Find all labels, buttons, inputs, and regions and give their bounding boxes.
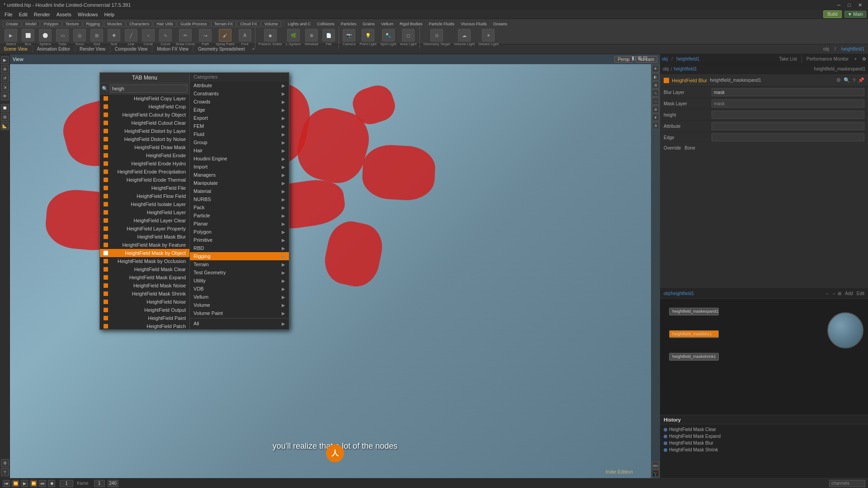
rp-na-objpath[interactable]: obj/heightfield1 bbox=[664, 291, 694, 296]
menu-edit[interactable]: Edit bbox=[16, 12, 30, 17]
tool-pointlight[interactable]: 💡 Point Light bbox=[358, 28, 378, 47]
cat-volumepaint[interactable]: Volume Paint ▶ bbox=[190, 309, 289, 317]
select-icon[interactable]: ▶ bbox=[5, 29, 17, 42]
rp-add-pane[interactable]: + bbox=[854, 56, 857, 61]
ng-node-maskblur[interactable]: heightfield_maskblur1 bbox=[669, 330, 719, 338]
tab-item-heightfield-distort-layer[interactable]: HeightField Distort by Layer bbox=[100, 127, 189, 135]
rp-node-settings[interactable]: ⚙ bbox=[836, 77, 841, 83]
tl-frame-display[interactable]: 1 bbox=[60, 480, 73, 487]
metaball-icon[interactable]: ⊕ bbox=[305, 29, 318, 42]
cat-testgeometry[interactable]: Test Geometry ▶ bbox=[190, 268, 289, 277]
tab-terrainfx[interactable]: Terrain FX bbox=[211, 21, 236, 27]
subtab-animeditor[interactable]: Animation Editor bbox=[35, 47, 72, 52]
subtab-motionfxview[interactable]: Motion FX View bbox=[155, 47, 190, 52]
height-value[interactable] bbox=[712, 111, 864, 119]
tab-item-heightfield-crop[interactable]: HeightField Crop bbox=[100, 103, 189, 111]
tool-arealight[interactable]: ◻ Area Light bbox=[399, 28, 418, 47]
cat-planar[interactable]: Planar ▶ bbox=[190, 220, 289, 228]
font-icon[interactable]: A bbox=[239, 29, 251, 42]
vp-rt-6[interactable]: ⊕ bbox=[652, 106, 659, 113]
rp-na-back[interactable]: ← bbox=[825, 291, 830, 296]
tool-drawcurve[interactable]: ✏ Draw Curve bbox=[175, 28, 196, 47]
tab-item-heightfield-erode-thermal[interactable]: HeightField Erode Thermal bbox=[100, 176, 189, 184]
tab-rigging[interactable]: Rigging bbox=[83, 21, 104, 27]
vp-rt-2[interactable]: ◧ bbox=[652, 73, 659, 80]
lsystem-icon[interactable]: 🌿 bbox=[287, 29, 300, 42]
tool-metaball[interactable]: ⊕ Metaball bbox=[303, 28, 320, 47]
subtab-geospreadsheet[interactable]: Geometry Spreadsheet bbox=[196, 47, 246, 52]
vp-icon-1[interactable]: ◧ bbox=[632, 55, 636, 61]
cat-crowds[interactable]: Crowds ▶ bbox=[190, 98, 289, 106]
tab-item-heightfield-erode-precip[interactable]: HeightField Erode Precipitation bbox=[100, 168, 189, 176]
cat-group[interactable]: Group ▶ bbox=[190, 138, 289, 146]
tool-null[interactable]: ✚ Null bbox=[106, 28, 122, 47]
tab-collisions[interactable]: Collisions bbox=[314, 21, 337, 27]
vp-rt-1[interactable]: 👁 bbox=[652, 65, 659, 72]
cat-pack[interactable]: Pack ▶ bbox=[190, 203, 289, 211]
cat-hair[interactable]: Hair ▶ bbox=[190, 146, 289, 155]
null-icon[interactable]: ✚ bbox=[108, 29, 120, 42]
tool-sphere[interactable]: ⚪ Sphere bbox=[37, 28, 53, 47]
tab-item-heightfield-cutout-clear[interactable]: HeightField Cutout Clear bbox=[100, 119, 189, 127]
tl-start-frame[interactable]: 1 bbox=[94, 480, 105, 487]
tool-torus[interactable]: ◎ Torus bbox=[71, 28, 88, 47]
cat-vellum[interactable]: Vellum ▶ bbox=[190, 293, 289, 301]
tool-path[interactable]: ↝ Path bbox=[197, 28, 213, 47]
rp-na-add[interactable]: Add bbox=[845, 291, 853, 296]
tab-guideprocess[interactable]: Guide Process bbox=[177, 21, 210, 27]
tab-item-heightfield-mask-blur[interactable]: HeightField Mask Blur bbox=[100, 233, 189, 241]
tab-menu-search-input[interactable] bbox=[110, 84, 188, 93]
rp2-hfname[interactable]: heightfield_maskexpand1 bbox=[814, 66, 865, 71]
box-icon[interactable]: ⬜ bbox=[22, 29, 34, 42]
tab-muscles[interactable]: Muscles bbox=[104, 21, 125, 27]
drawcurve-icon[interactable]: ✏ bbox=[179, 29, 192, 42]
cat-rbd[interactable]: RBD ▶ bbox=[190, 244, 289, 252]
cat-fem[interactable]: FEM ▶ bbox=[190, 122, 289, 130]
menu-assets[interactable]: Assets bbox=[54, 12, 74, 17]
rp2-obj[interactable]: obj bbox=[663, 66, 669, 71]
tab-item-heightfield-layer-clear[interactable]: HeightField Layer Clear bbox=[100, 216, 189, 225]
tl-begin[interactable]: ⏮ bbox=[3, 480, 10, 487]
cat-rigging[interactable]: Rigging ▶ bbox=[190, 252, 289, 260]
tool-camera[interactable]: 📷 Camera bbox=[341, 28, 357, 47]
tool-grid[interactable]: ⊞ Grid bbox=[89, 28, 105, 47]
tool-geometrytarget[interactable]: ⊙ Geometry Target bbox=[422, 28, 451, 47]
lt-measure[interactable]: 📐 bbox=[1, 122, 9, 130]
tab-particlefluids[interactable]: Particle Fluids bbox=[426, 21, 457, 27]
tab-polygon[interactable]: Polygon bbox=[41, 21, 62, 27]
tool-distantlight[interactable]: ☀ Distant Light bbox=[477, 28, 500, 47]
spraypaint-icon[interactable]: 🖌 bbox=[219, 29, 231, 42]
tab-volume[interactable]: Volume bbox=[261, 21, 281, 27]
tool-platonicsolids[interactable]: ◆ Platonic Solids bbox=[257, 28, 283, 47]
tab-oceans[interactable]: Oceans bbox=[491, 21, 510, 27]
vp-rt-8[interactable]: ⚙ bbox=[652, 122, 659, 129]
torus-icon[interactable]: ◎ bbox=[73, 29, 86, 42]
lt-scale[interactable]: ⇲ bbox=[1, 83, 9, 91]
tab-item-heightfield-draw-mask[interactable]: HeightField Draw Mask bbox=[100, 143, 189, 151]
platonicsolids-icon[interactable]: ◆ bbox=[264, 29, 277, 42]
camera-icon[interactable]: 📷 bbox=[343, 29, 355, 42]
tool-box[interactable]: ⬜ Box bbox=[20, 28, 36, 47]
tab-viscousfluids[interactable]: Viscous Fluids bbox=[458, 21, 490, 27]
tab-item-heightfield-noise[interactable]: HeightField Noise bbox=[100, 298, 189, 306]
lt-rotate[interactable]: ↺ bbox=[1, 74, 9, 82]
cat-material[interactable]: Material ▶ bbox=[190, 187, 289, 195]
subtab-add[interactable]: + bbox=[250, 47, 256, 52]
maximize-btn[interactable]: □ bbox=[845, 2, 853, 8]
rp-node-help[interactable]: ? bbox=[853, 78, 855, 83]
tool-select[interactable]: ▶ Select bbox=[3, 28, 19, 47]
edge-value[interactable] bbox=[712, 133, 864, 141]
tab-grains[interactable]: Grains bbox=[360, 21, 377, 27]
tl-next[interactable]: ⏩ bbox=[30, 480, 37, 487]
tl-end-frame[interactable]: 240 bbox=[108, 480, 118, 487]
mode-label[interactable]: ▼ Main bbox=[844, 11, 866, 18]
tube-icon[interactable]: ▭ bbox=[56, 29, 69, 42]
tl-end[interactable]: ⏭ bbox=[39, 480, 46, 487]
tab-item-heightfield-mask-feature[interactable]: HeightField Mask by Feature bbox=[100, 241, 189, 249]
tab-texture[interactable]: Texture bbox=[62, 21, 82, 27]
tab-item-heightfield-cutout-object[interactable]: HeightField Cutout by Object bbox=[100, 111, 189, 119]
tab-model[interactable]: Model bbox=[22, 21, 40, 27]
cat-utility[interactable]: Utility ▶ bbox=[190, 277, 289, 285]
tab-item-heightfield-paint[interactable]: HeightField Paint bbox=[100, 314, 189, 322]
menu-file[interactable]: File bbox=[2, 12, 15, 17]
